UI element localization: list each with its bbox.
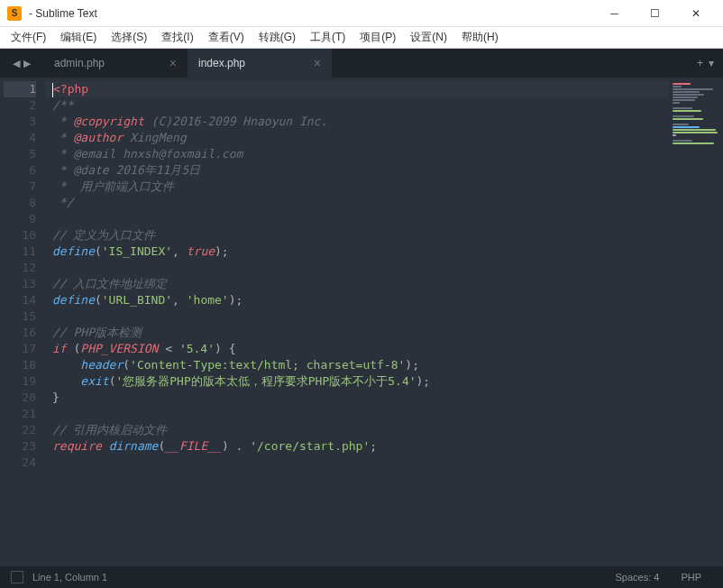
code-token: '5.4' xyxy=(179,342,215,355)
menu-project[interactable]: 项目(P) xyxy=(352,28,403,47)
indent-setting[interactable]: Spaces: 4 xyxy=(604,572,670,583)
line-number: 17 xyxy=(4,341,36,357)
line-number: 11 xyxy=(4,243,36,260)
panel-switcher-icon[interactable] xyxy=(11,571,23,583)
code-token: define xyxy=(52,244,95,258)
line-number: 19 xyxy=(4,373,36,390)
line-number: 21 xyxy=(4,406,36,422)
tab-more-icon[interactable]: ▾ xyxy=(709,57,714,69)
code-token: 'Content-Type:text/html; charset=utf-8' xyxy=(130,358,405,372)
code-token: 'URL_BIND' xyxy=(102,293,172,307)
tab-new-icon[interactable]: + xyxy=(697,57,703,69)
code-token: if xyxy=(52,342,67,355)
syntax-setting[interactable]: PHP xyxy=(670,572,712,583)
line-number: 24 xyxy=(4,455,36,471)
window-controls: ─ ☐ ✕ xyxy=(594,1,716,26)
line-number: 10 xyxy=(4,227,36,243)
code-content[interactable]: <?php /** * @copyright (C)2016-2099 Hnao… xyxy=(45,78,669,566)
code-token: // 定义为入口文件 xyxy=(52,228,155,242)
line-number: 9 xyxy=(4,211,36,227)
code-token: require xyxy=(52,439,102,453)
code-token: dirname xyxy=(109,439,159,453)
code-token: /** xyxy=(52,98,73,112)
line-number: 6 xyxy=(4,162,36,179)
line-number: 20 xyxy=(4,390,36,406)
app-icon: S xyxy=(7,6,22,21)
tab-label: index.php xyxy=(198,57,245,69)
code-token: '/core/start.php' xyxy=(250,439,370,453)
tab-admin-php[interactable]: admin.php × xyxy=(43,49,188,78)
menu-select[interactable]: 选择(S) xyxy=(104,28,154,47)
code-token: '您服务器PHP的版本太低，程序要求PHP版本不小于5.4' xyxy=(115,374,416,388)
menu-file[interactable]: 文件(F) xyxy=(4,28,53,47)
tab-close-icon[interactable]: × xyxy=(303,56,321,70)
code-token: <?php xyxy=(53,82,88,96)
code-token: PHP_VERSION xyxy=(80,342,158,355)
code-token: < xyxy=(158,342,178,355)
tab-close-icon[interactable]: × xyxy=(159,56,177,70)
code-token: // 入口文件地址绑定 xyxy=(52,277,174,290)
line-number: 2 xyxy=(4,97,36,114)
line-number: 12 xyxy=(4,260,36,276)
code-token: XingMeng xyxy=(123,131,186,144)
cursor-position[interactable]: Line 1, Column 1 xyxy=(32,572,107,583)
title-bar: S - Sublime Text ─ ☐ ✕ xyxy=(0,0,723,27)
line-number: 16 xyxy=(4,325,36,341)
code-token: __FILE__ xyxy=(165,439,222,453)
line-number: 5 xyxy=(4,146,36,162)
code-token: @copyright xyxy=(73,115,143,128)
code-token: (C)2016-2099 Hnaoyun Inc. xyxy=(144,115,328,128)
menu-settings[interactable]: 设置(N) xyxy=(403,28,454,47)
menu-tools[interactable]: 工具(T) xyxy=(303,28,352,47)
line-number: 3 xyxy=(4,114,36,130)
line-number: 23 xyxy=(4,438,36,455)
line-number: 7 xyxy=(4,179,36,195)
line-number: 4 xyxy=(4,130,36,146)
tab-nav: ◀ ▶ xyxy=(0,49,43,78)
tab-actions: + ▾ xyxy=(688,49,723,78)
line-number: 15 xyxy=(4,308,36,325)
code-token: header xyxy=(80,358,123,372)
code-token: * 用户前端入口文件 xyxy=(52,179,174,193)
code-token: 'IS_INDEX' xyxy=(102,244,172,258)
line-number: 8 xyxy=(4,195,36,211)
menu-help[interactable]: 帮助(H) xyxy=(454,28,506,47)
maximize-button[interactable]: ☐ xyxy=(635,1,675,26)
code-token: * @date 2016年11月5日 xyxy=(52,163,200,177)
line-number: 14 xyxy=(4,292,36,308)
menu-bar: 文件(F) 编辑(E) 选择(S) 查找(I) 查看(V) 转跳(G) 工具(T… xyxy=(0,27,723,49)
minimap[interactable] xyxy=(669,78,723,566)
menu-edit[interactable]: 编辑(E) xyxy=(53,28,104,47)
line-number: 13 xyxy=(4,276,36,292)
code-token: true xyxy=(187,244,215,258)
tab-prev-icon[interactable]: ◀ xyxy=(13,58,20,69)
code-token: // 引用内核启动文件 xyxy=(52,423,167,436)
code-token: * @email hnxsh@foxmail.com xyxy=(52,147,243,161)
code-token: define xyxy=(52,293,95,307)
tab-next-icon[interactable]: ▶ xyxy=(23,58,31,69)
code-token: // PHP版本检测 xyxy=(52,326,142,339)
code-token: 'home' xyxy=(187,293,229,307)
tab-label: admin.php xyxy=(54,57,105,69)
close-button[interactable]: ✕ xyxy=(675,1,716,26)
line-number: 22 xyxy=(4,422,36,438)
line-number: 1 xyxy=(4,81,36,97)
menu-view[interactable]: 查看(V) xyxy=(201,28,252,47)
status-bar: Line 1, Column 1 Spaces: 4 PHP xyxy=(0,566,723,588)
window-title: - Sublime Text xyxy=(29,7,594,20)
line-gutter[interactable]: 1 2 3 4 5 6 7 8 9 10 11 12 13 14 15 16 1… xyxy=(0,78,45,566)
minimize-button[interactable]: ─ xyxy=(594,1,635,26)
tab-index-php[interactable]: index.php × xyxy=(188,49,332,78)
line-number: 18 xyxy=(4,357,36,373)
code-token: * xyxy=(52,115,73,128)
editor-area: 1 2 3 4 5 6 7 8 9 10 11 12 13 14 15 16 1… xyxy=(0,78,723,566)
code-token: * xyxy=(52,131,73,144)
menu-goto[interactable]: 转跳(G) xyxy=(252,28,303,47)
code-token: exit xyxy=(80,374,108,388)
code-token: */ xyxy=(52,196,73,209)
tab-bar: ◀ ▶ admin.php × index.php × + ▾ xyxy=(0,49,723,78)
code-token: @author xyxy=(73,131,123,144)
menu-find[interactable]: 查找(I) xyxy=(154,28,200,47)
